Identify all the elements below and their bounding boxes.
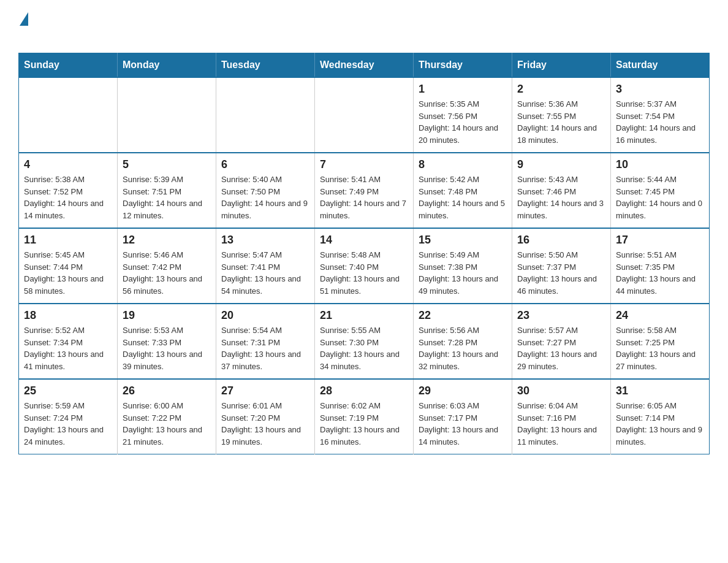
day-info-line: Sunset: 7:34 PM [24, 337, 112, 349]
day-info-line: Sunset: 7:31 PM [221, 337, 309, 349]
calendar-day-8: 8Sunrise: 5:42 AMSunset: 7:48 PMDaylight… [414, 153, 512, 228]
day-info-line: Daylight: 13 hours and 16 minutes. [320, 424, 408, 448]
day-info-line: Sunrise: 6:05 AM [616, 400, 704, 412]
calendar-empty-cell [216, 77, 315, 153]
day-info-line: Sunset: 7:28 PM [419, 337, 507, 349]
calendar-day-16: 16Sunrise: 5:50 AMSunset: 7:37 PMDayligh… [512, 228, 611, 304]
calendar-week-row: 4Sunrise: 5:38 AMSunset: 7:52 PMDaylight… [19, 153, 710, 228]
calendar-table: SundayMondayTuesdayWednesdayThursdayFrid… [18, 53, 710, 454]
day-info-line: Sunset: 7:55 PM [517, 110, 605, 123]
day-info-line: Sunset: 7:48 PM [419, 186, 507, 198]
day-number: 30 [517, 385, 605, 397]
day-info-line: Daylight: 13 hours and 46 minutes. [517, 273, 605, 297]
day-info-line: Sunset: 7:30 PM [320, 337, 408, 349]
calendar-day-5: 5Sunrise: 5:39 AMSunset: 7:51 PMDaylight… [118, 153, 216, 228]
day-info-line: Daylight: 14 hours and 3 minutes. [517, 197, 605, 221]
day-number: 10 [616, 158, 704, 171]
day-info-line: Sunset: 7:22 PM [123, 412, 211, 424]
day-number: 9 [517, 158, 605, 171]
day-info-line: Daylight: 13 hours and 27 minutes. [616, 348, 704, 372]
day-info-line: Daylight: 13 hours and 24 minutes. [24, 424, 112, 448]
calendar-day-12: 12Sunrise: 5:46 AMSunset: 7:42 PMDayligh… [118, 228, 216, 304]
day-number: 11 [24, 234, 112, 247]
day-info-line: Daylight: 13 hours and 39 minutes. [123, 348, 211, 372]
day-info-line: Sunset: 7:56 PM [419, 110, 507, 123]
day-info-line: Sunrise: 5:44 AM [616, 174, 704, 186]
day-info-line: Sunset: 7:44 PM [24, 261, 112, 274]
day-info-line: Sunrise: 6:03 AM [419, 400, 507, 412]
day-number: 28 [320, 385, 408, 397]
calendar-header-wednesday: Wednesday [315, 53, 414, 78]
day-number: 13 [221, 234, 309, 247]
calendar-day-19: 19Sunrise: 5:53 AMSunset: 7:33 PMDayligh… [118, 304, 216, 379]
day-info-line: Sunrise: 5:43 AM [517, 174, 605, 186]
calendar-header-thursday: Thursday [414, 53, 512, 78]
day-info-line: Sunrise: 5:57 AM [517, 324, 605, 337]
day-number: 23 [517, 309, 605, 322]
calendar-day-18: 18Sunrise: 5:52 AMSunset: 7:34 PMDayligh… [19, 304, 118, 379]
day-number: 29 [419, 385, 507, 397]
day-number: 4 [24, 158, 112, 171]
day-info-line: Sunset: 7:46 PM [517, 186, 605, 198]
calendar-empty-cell [19, 77, 118, 153]
day-info-line: Sunset: 7:42 PM [123, 261, 211, 274]
day-info-line: Daylight: 13 hours and 21 minutes. [123, 424, 211, 448]
day-info-line: Daylight: 13 hours and 29 minutes. [517, 348, 605, 372]
calendar-week-row: 18Sunrise: 5:52 AMSunset: 7:34 PMDayligh… [19, 304, 710, 379]
day-number: 8 [419, 158, 507, 171]
day-info-line: Daylight: 14 hours and 16 minutes. [616, 122, 704, 146]
calendar-empty-cell [315, 77, 414, 153]
day-number: 27 [221, 385, 309, 397]
day-info-line: Sunset: 7:20 PM [221, 412, 309, 424]
day-number: 5 [123, 158, 211, 171]
day-info-line: Sunset: 7:16 PM [517, 412, 605, 424]
day-info-line: Daylight: 14 hours and 20 minutes. [419, 122, 507, 146]
day-info-line: Daylight: 13 hours and 54 minutes. [221, 273, 309, 297]
day-number: 12 [123, 234, 211, 247]
day-number: 18 [24, 309, 112, 322]
day-info-line: Daylight: 14 hours and 0 minutes. [616, 197, 704, 221]
day-info-line: Sunrise: 5:41 AM [320, 174, 408, 186]
day-info-line: Sunset: 7:41 PM [221, 261, 309, 274]
day-number: 26 [123, 385, 211, 397]
day-info-line: Sunset: 7:25 PM [616, 337, 704, 349]
day-info-line: Sunrise: 5:47 AM [221, 249, 309, 261]
day-number: 7 [320, 158, 408, 171]
day-number: 24 [616, 309, 704, 322]
day-info-line: Daylight: 14 hours and 7 minutes. [320, 197, 408, 221]
logo-triangle-icon [20, 12, 28, 26]
calendar-day-6: 6Sunrise: 5:40 AMSunset: 7:50 PMDaylight… [216, 153, 315, 228]
day-info-line: Daylight: 13 hours and 11 minutes. [517, 424, 605, 448]
day-info-line: Sunrise: 5:39 AM [123, 174, 211, 186]
day-info-line: Sunrise: 5:59 AM [24, 400, 112, 412]
day-info-line: Daylight: 13 hours and 32 minutes. [419, 348, 507, 372]
day-info-line: Sunset: 7:54 PM [616, 110, 704, 123]
day-info-line: Sunset: 7:50 PM [221, 186, 309, 198]
day-info-line: Daylight: 14 hours and 5 minutes. [419, 197, 507, 221]
calendar-day-14: 14Sunrise: 5:48 AMSunset: 7:40 PMDayligh… [315, 228, 414, 304]
day-info-line: Sunrise: 6:00 AM [123, 400, 211, 412]
day-info-line: Sunset: 7:40 PM [320, 261, 408, 274]
day-info-line: Sunrise: 5:51 AM [616, 249, 704, 261]
day-info-line: Sunset: 7:24 PM [24, 412, 112, 424]
day-info-line: Sunset: 7:14 PM [616, 412, 704, 424]
day-number: 15 [419, 234, 507, 247]
calendar-day-4: 4Sunrise: 5:38 AMSunset: 7:52 PMDaylight… [19, 153, 118, 228]
calendar-day-24: 24Sunrise: 5:58 AMSunset: 7:25 PMDayligh… [611, 304, 710, 379]
day-info-line: Sunset: 7:17 PM [419, 412, 507, 424]
calendar-day-3: 3Sunrise: 5:37 AMSunset: 7:54 PMDaylight… [611, 77, 710, 153]
calendar-day-9: 9Sunrise: 5:43 AMSunset: 7:46 PMDaylight… [512, 153, 611, 228]
calendar-day-2: 2Sunrise: 5:36 AMSunset: 7:55 PMDaylight… [512, 77, 611, 153]
calendar-header-monday: Monday [118, 53, 216, 78]
day-info-line: Daylight: 13 hours and 37 minutes. [221, 348, 309, 372]
day-info-line: Daylight: 13 hours and 14 minutes. [419, 424, 507, 448]
day-number: 6 [221, 158, 309, 171]
calendar-header-friday: Friday [512, 53, 611, 78]
calendar-week-row: 25Sunrise: 5:59 AMSunset: 7:24 PMDayligh… [19, 379, 710, 454]
day-info-line: Sunrise: 5:52 AM [24, 324, 112, 337]
day-info-line: Sunrise: 5:50 AM [517, 249, 605, 261]
calendar-day-22: 22Sunrise: 5:56 AMSunset: 7:28 PMDayligh… [414, 304, 512, 379]
day-info-line: Daylight: 14 hours and 18 minutes. [517, 122, 605, 146]
day-info-line: Sunrise: 5:45 AM [24, 249, 112, 261]
day-info-line: Sunrise: 5:54 AM [221, 324, 309, 337]
